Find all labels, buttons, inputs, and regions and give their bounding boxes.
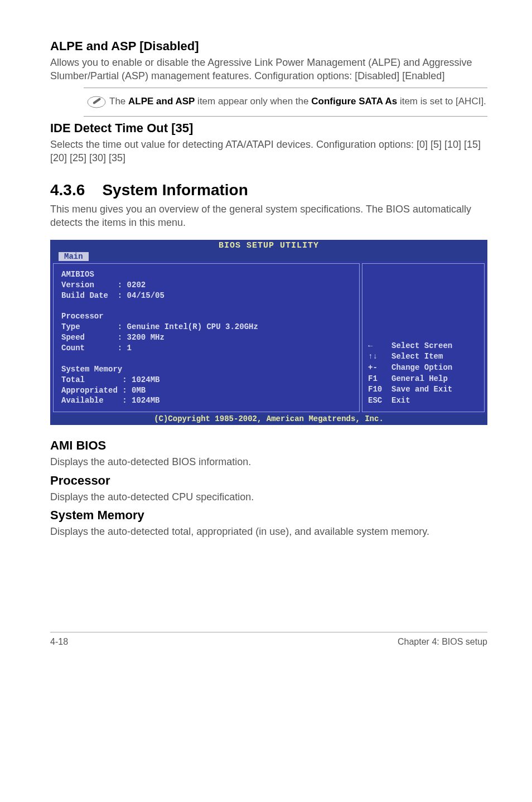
sysmem-desc: Displays the auto-detected total, approp…: [50, 525, 487, 538]
page-footer: 4-18 Chapter 4: BIOS setup: [50, 632, 487, 647]
svg-rect-1: [93, 97, 101, 104]
note-box: The ALPE and ASP item appear only when t…: [84, 88, 487, 117]
bios-title: BIOS SETUP UTILITY: [51, 240, 487, 251]
alpe-desc: Allows you to enable or disable the Agre…: [50, 56, 487, 83]
note-text: The ALPE and ASP item appear only when t…: [109, 95, 486, 108]
sysmem-heading: System Memory: [50, 508, 487, 523]
bios-screenshot: BIOS SETUP UTILITY Main AMIBIOS Version …: [50, 240, 487, 426]
pencil-icon: [84, 93, 109, 112]
processor-heading: Processor: [50, 474, 487, 488]
processor-desc: Displays the auto-detected CPU specifica…: [50, 490, 487, 504]
bios-tab-row: Main: [51, 251, 487, 261]
ide-desc: Selects the time out value for detecting…: [50, 138, 487, 165]
bios-help-panel: ← Select Screen ↑↓ Select Item +- Change…: [362, 263, 485, 413]
ami-heading: AMI BIOS: [50, 438, 487, 453]
page-number: 4-18: [50, 637, 68, 647]
section-desc: This menu gives you an overview of the g…: [50, 202, 487, 230]
section-heading: 4.3.6 System Information: [50, 181, 487, 199]
bios-tab-main: Main: [59, 252, 89, 261]
bios-copyright: (C)Copyright 1985-2002, American Megatre…: [51, 414, 487, 424]
ide-heading: IDE Detect Time Out [35]: [50, 121, 487, 136]
ami-desc: Displays the auto-detected BIOS informat…: [50, 455, 487, 468]
alpe-heading: ALPE and ASP [Disabled]: [50, 39, 487, 54]
chapter-label: Chapter 4: BIOS setup: [398, 637, 487, 647]
bios-info-panel: AMIBIOS Version : 0202 Build Date : 04/1…: [53, 263, 360, 413]
